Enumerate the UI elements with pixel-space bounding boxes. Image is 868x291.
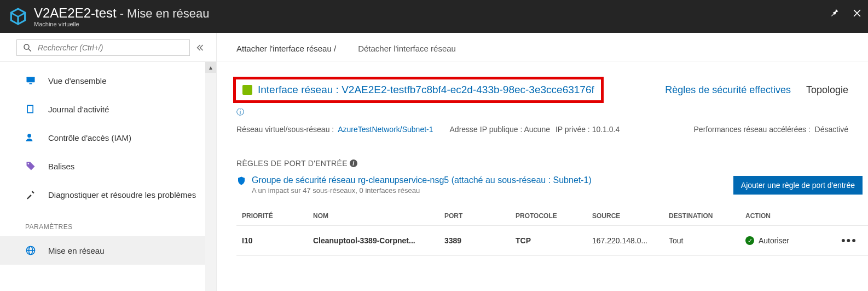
detach-nic-button[interactable]: Détacher l'interface réseau bbox=[358, 44, 456, 53]
book-icon bbox=[25, 104, 36, 115]
resource-type: Machine virtuelle bbox=[34, 21, 210, 27]
nav-activity-log[interactable]: Journal d'activité bbox=[0, 95, 216, 123]
inbound-rules-title: RÈGLES DE PORT D'ENTRÉE i bbox=[217, 134, 868, 168]
nsg-impact-text: A un impact sur 47 sous-réseaux, 0 inter… bbox=[252, 186, 592, 195]
blade-header: V2AE2E2-test - Mise en réseau Machine vi… bbox=[0, 0, 868, 33]
monitor-icon bbox=[25, 75, 36, 86]
public-ip-value: Aucune bbox=[524, 125, 550, 134]
nic-icon bbox=[242, 85, 252, 95]
col-source[interactable]: SOURCE bbox=[587, 207, 663, 226]
svg-line-1 bbox=[28, 49, 31, 52]
svg-rect-2 bbox=[27, 77, 35, 82]
svg-point-6 bbox=[27, 134, 31, 138]
col-name[interactable]: NOM bbox=[308, 207, 439, 226]
search-icon bbox=[22, 43, 32, 53]
nav-diagnose[interactable]: Diagnostiquer et résoudre les problèmes bbox=[0, 180, 216, 209]
nav-section-settings: PARAMÈTRES bbox=[0, 209, 216, 236]
nav-tags[interactable]: Balises bbox=[0, 152, 216, 180]
globe-icon bbox=[25, 245, 36, 256]
attach-nic-button[interactable]: Attacher l'interface réseau / bbox=[236, 44, 336, 53]
col-destination[interactable]: DESTINATION bbox=[663, 207, 740, 226]
pin-icon[interactable] bbox=[829, 8, 840, 19]
toolbar: Attacher l'interface réseau / Détacher l… bbox=[217, 44, 868, 61]
collapse-sidebar-icon[interactable] bbox=[196, 42, 207, 53]
sidebar: Rechercher (Ctrl+/) ▴ Vue d'ensemble Jou… bbox=[0, 33, 217, 291]
svg-point-7 bbox=[28, 163, 30, 165]
topology-link[interactable]: Topologie bbox=[806, 84, 848, 96]
allow-icon: ✓ bbox=[745, 236, 754, 245]
private-ip-value: 10.1.0.4 bbox=[592, 125, 620, 134]
main-content: Attacher l'interface réseau / Détacher l… bbox=[217, 33, 868, 291]
nic-link[interactable]: Interface réseau : V2AE2E2-testfb7c8bf4-… bbox=[258, 84, 594, 96]
tag-icon bbox=[25, 161, 36, 172]
resource-name: V2AE2E2-test bbox=[34, 5, 117, 21]
close-icon[interactable] bbox=[852, 8, 863, 19]
nic-meta-row: Réseau virtuel/sous-réseau : AzureTestNe… bbox=[217, 117, 868, 134]
scroll-up-icon[interactable]: ▴ bbox=[205, 62, 216, 73]
nav-networking[interactable]: Mise en réseau bbox=[0, 236, 216, 265]
inbound-rules-table: PRIORITÉ NOM PORT PROTOCOLE SOURCE DESTI… bbox=[236, 207, 868, 256]
table-row[interactable]: I10 Cleanuptool-3389-Corpnet... 3389 TCP… bbox=[236, 226, 868, 256]
svg-rect-5 bbox=[28, 106, 32, 112]
svg-point-0 bbox=[24, 44, 29, 49]
scrollbar[interactable]: ▴ bbox=[205, 62, 216, 291]
info-icon[interactable]: ⓘ bbox=[236, 107, 868, 117]
accel-value: Désactivé bbox=[815, 125, 848, 134]
effective-rules-link[interactable]: Règles de sécurité effectives bbox=[665, 84, 791, 96]
vnet-link[interactable]: AzureTestNetwork/Subnet-1 bbox=[338, 125, 433, 134]
row-menu-button[interactable]: ••• bbox=[822, 226, 868, 256]
people-icon bbox=[25, 132, 36, 143]
vm-icon bbox=[8, 6, 28, 27]
col-protocol[interactable]: PROTOCOLE bbox=[510, 207, 587, 226]
blade-title: Mise en réseau bbox=[127, 7, 209, 21]
col-port[interactable]: PORT bbox=[439, 207, 510, 226]
nav-iam[interactable]: Contrôle d'accès (IAM) bbox=[0, 123, 216, 152]
search-input[interactable]: Rechercher (Ctrl+/) bbox=[16, 39, 190, 56]
shield-icon bbox=[236, 175, 246, 186]
col-priority[interactable]: PRIORITÉ bbox=[236, 207, 308, 226]
col-action[interactable]: ACTION bbox=[740, 207, 822, 226]
nav-overview[interactable]: Vue d'ensemble bbox=[0, 66, 216, 95]
info-icon[interactable]: i bbox=[350, 159, 357, 167]
nic-highlight-box: Interface réseau : V2AE2E2-testfb7c8bf4-… bbox=[233, 77, 604, 103]
tools-icon bbox=[25, 189, 36, 200]
nsg-link[interactable]: Groupe de sécurité réseau rg-cleanupserv… bbox=[252, 175, 592, 185]
svg-rect-3 bbox=[30, 83, 32, 84]
add-inbound-rule-button[interactable]: Ajouter une règle de port d'entrée bbox=[733, 176, 863, 195]
nav-list: ▴ Vue d'ensemble Journal d'activité Cont… bbox=[0, 62, 216, 265]
